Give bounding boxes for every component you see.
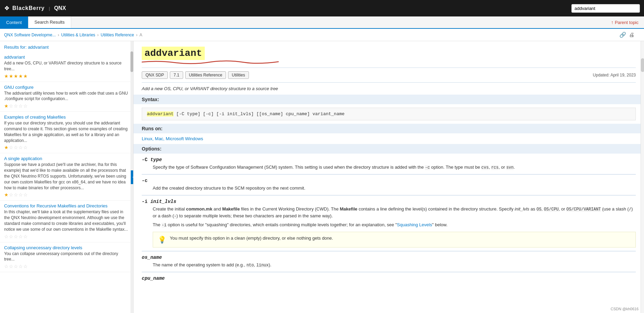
print-icon[interactable]: 🖨: [629, 32, 634, 38]
stars-4: ★☆☆☆☆: [4, 192, 129, 197]
option-entry-c: -c Add the created directory structure t…: [142, 178, 636, 192]
tab-bar: Content Search Results ↑ Parent topic: [0, 16, 644, 29]
result-title-2[interactable]: GNU configure: [4, 85, 129, 90]
page-title: addvariant: [142, 47, 205, 60]
result-desc-4: Suppose we have a product (we'll use the…: [4, 162, 129, 191]
list-item: Conventions for Recursive Makefiles and …: [0, 201, 133, 242]
tab-search-results[interactable]: Search Results: [28, 16, 71, 28]
link-icon[interactable]: 🔗: [619, 32, 626, 38]
option-name-c-type: -C type: [142, 157, 636, 162]
result-title-4[interactable]: A single application: [4, 156, 129, 161]
result-desc-2: The addvariant utility knows how to work…: [4, 91, 129, 102]
tab-content[interactable]: Content: [0, 16, 28, 28]
syntax-code-block: addvariant [-C type] [-c] [-i init_lvls]…: [142, 108, 636, 120]
runs-on-heading: Runs on:: [134, 124, 644, 133]
result-desc-1: Add a new OS, CPU, or VARIANT directory …: [4, 60, 129, 72]
option-entry-i: -i init_lvls Create the initial common.m…: [142, 199, 636, 248]
stars-5: ☆☆☆☆☆: [4, 234, 129, 239]
info-box-text: You must specify this option in a clean …: [170, 236, 333, 241]
content-area: addvariant QNX SDP 7.1 Utilities Referen…: [134, 41, 644, 293]
stars-2: ★☆☆☆☆: [4, 103, 129, 109]
result-desc-3: If you use our directory structure, you …: [4, 120, 129, 143]
breadcrumb-sep-2: ›: [97, 33, 99, 37]
collapse-handle[interactable]: ‹: [131, 170, 134, 184]
stars-1: ★★★★★: [4, 73, 129, 79]
content-description: Add a new OS, CPU, or VARIANT directory …: [142, 86, 636, 91]
title-divider: [142, 68, 636, 68]
results-query: addvariant: [28, 45, 49, 50]
breadcrumb: QNX Software Developme... › Utilities & …: [4, 33, 142, 37]
option-name-cpu: cpu_name: [142, 276, 636, 281]
stars-3: ★☆☆☆☆: [4, 145, 129, 150]
right-panel: addvariant QNX SDP 7.1 Utilities Referen…: [134, 41, 644, 313]
right-scrollbar[interactable]: [641, 41, 644, 313]
runs-on-text: Linux, Mac, Microsoft Windows: [142, 136, 636, 141]
info-icon: 💡: [158, 236, 166, 244]
left-scroll-thumb[interactable]: [130, 51, 133, 72]
toolbar-icons: 🔗 🖨: [619, 32, 640, 38]
result-desc-6: You can collapse unnecessary components …: [4, 251, 129, 263]
updated-text: Updated: April 19, 2023: [593, 73, 636, 77]
syntax-rest: [-C type] [-c] [-i init_lvls] [[os_name]…: [176, 111, 344, 117]
option-entry-c-type: -C type Specify the type of Software Con…: [142, 157, 636, 171]
breadcrumb-sep-1: ›: [58, 33, 59, 37]
tag-qnx-sdp[interactable]: QNX SDP: [142, 71, 168, 79]
results-header: Results for: addvariant: [0, 41, 133, 52]
option-divider-1: [142, 174, 636, 174]
search-input[interactable]: [571, 4, 640, 13]
option-name-i: -i init_lvls: [142, 199, 636, 204]
left-panel: Results for: addvariant addvariant Add a…: [0, 41, 134, 313]
option-desc-i-1: Create the initial common.mk and Makefil…: [153, 206, 636, 219]
option-desc-c-type: Specify the type of Software Configurati…: [153, 164, 636, 171]
breadcrumb-item-4: A: [139, 33, 142, 37]
result-title-6[interactable]: Collapsing unnecessary directory levels: [4, 245, 129, 250]
blackberry-text: BlackBerry: [12, 5, 45, 11]
qnx-text: QNX: [54, 5, 66, 11]
parent-topic-arrow-icon: ↑: [611, 20, 614, 25]
option-desc-os: The name of the operating system to add …: [153, 262, 636, 268]
tag-divider: [142, 82, 636, 83]
option-desc-c: Add the created directory structure to t…: [153, 185, 636, 192]
list-item: A single application Suppose we have a p…: [0, 153, 133, 201]
breadcrumb-bar: QNX Software Developme... › Utilities & …: [0, 29, 644, 41]
syntax-keyword: addvariant: [147, 111, 174, 117]
right-scroll-thumb[interactable]: [641, 58, 644, 72]
option-desc-i-2: The -i option is useful for "squashing" …: [153, 221, 636, 228]
blackberry-icon: ❖: [4, 4, 10, 12]
option-name-c: -c: [142, 178, 636, 183]
breadcrumb-item-1[interactable]: QNX Software Developme...: [4, 33, 56, 37]
tabs-left: Content Search Results: [0, 16, 71, 28]
option-entry-cpu-name: cpu_name: [142, 276, 636, 281]
tag-71[interactable]: 7.1: [170, 71, 183, 79]
tag-utilities[interactable]: Utilities: [228, 71, 249, 79]
info-box: 💡 You must specify this option in a clea…: [153, 232, 636, 248]
header: ❖ BlackBerry | QNX: [0, 0, 644, 16]
breadcrumb-sep-3: ›: [136, 33, 137, 37]
breadcrumb-item-3[interactable]: Utilities Reference: [101, 33, 134, 37]
result-title-3[interactable]: Examples of creating Makefiles: [4, 115, 129, 120]
breadcrumb-item-2[interactable]: Utilities & Libraries: [61, 33, 95, 37]
option-divider-2: [142, 195, 636, 195]
result-title-1[interactable]: addvariant: [4, 55, 129, 60]
option-entry-os-name: os_name The name of the operating system…: [142, 255, 636, 268]
tag-bar: QNX SDP 7.1 Utilities Reference Utilitie…: [142, 71, 636, 79]
option-divider-4: [142, 272, 636, 272]
parent-topic-button[interactable]: ↑ Parent topic: [611, 20, 644, 25]
tag-utilities-ref[interactable]: Utilities Reference: [185, 71, 226, 79]
list-item: addvariant Add a new OS, CPU, or VARIANT…: [0, 52, 133, 82]
option-name-os: os_name: [142, 255, 636, 260]
options-heading: Options:: [134, 144, 644, 154]
logo-area: ❖ BlackBerry | QNX: [4, 4, 66, 12]
page-title-wrapper: addvariant: [142, 47, 636, 60]
list-item: Examples of creating Makefiles If you us…: [0, 112, 133, 153]
result-desc-5: In this chapter, we'll take a look at th…: [4, 209, 129, 232]
stars-6: ☆☆☆☆☆: [4, 264, 129, 269]
footer-text: CSDN @kh0616: [611, 307, 639, 311]
logo-separator: |: [49, 6, 50, 11]
list-item: Collapsing unnecessary directory levels …: [0, 242, 133, 273]
list-item: GNU configure The addvariant utility kno…: [0, 82, 133, 112]
syntax-heading: Syntax:: [134, 95, 644, 104]
squashing-levels-link[interactable]: Squashing Levels: [397, 222, 432, 227]
result-title-5[interactable]: Conventions for Recursive Makefiles and …: [4, 203, 129, 208]
option-divider-3: [142, 251, 636, 251]
